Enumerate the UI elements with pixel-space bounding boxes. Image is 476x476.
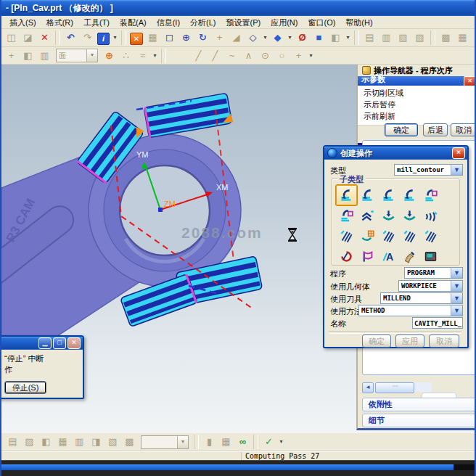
list-item[interactable]: 示切削区域 [364, 87, 476, 99]
close-icon[interactable]: ✕ [464, 76, 476, 86]
zoom-window-icon[interactable]: ◻ [161, 30, 178, 46]
navigator-header[interactable]: 操作导航器 - 程序次序 [358, 65, 476, 76]
menu-information[interactable]: 信息(I) [152, 17, 185, 28]
close-icon[interactable]: ✕ [67, 337, 81, 349]
substitute-component-icon[interactable]: ◨ [88, 434, 104, 450]
contour-text-icon[interactable] [378, 246, 399, 266]
horizontal-scrollbar[interactable]: ◄ [362, 382, 432, 392]
circle-icon[interactable]: ○ [274, 48, 290, 64]
pan-view-icon[interactable]: + [211, 30, 228, 46]
arrangement-combo[interactable] [141, 435, 189, 449]
undo-icon[interactable]: ↶ [62, 30, 79, 46]
streamline-icon[interactable] [420, 205, 441, 226]
menu-application[interactable]: 应用(N) [266, 17, 303, 28]
paste-icon[interactable]: ◫ [3, 30, 20, 46]
delete-icon[interactable]: ✕ [36, 30, 53, 46]
caret-down-icon[interactable]: ▾ [277, 434, 285, 450]
csys-constructor-icon[interactable]: ◧ [20, 48, 36, 64]
caret-down-icon[interactable]: ▾ [261, 30, 269, 46]
corner-rough-icon[interactable] [378, 185, 399, 205]
apply-button[interactable]: 应用 [395, 335, 424, 348]
create-geometry-icon[interactable]: ▧ [395, 30, 411, 46]
profile-3d-icon[interactable] [357, 246, 378, 266]
mill-control-icon[interactable] [420, 246, 441, 266]
caret-down-icon[interactable]: ▾ [111, 30, 119, 46]
scrollbar-track[interactable] [374, 382, 432, 392]
section-details[interactable]: 细节 [362, 414, 476, 427]
menu-help[interactable]: 帮助(H) [340, 17, 377, 28]
fixed-contour-icon[interactable] [357, 205, 378, 226]
snap-point-icon[interactable]: ⊕ [101, 48, 118, 64]
copy-icon[interactable]: ◪ [20, 30, 36, 46]
stop-dialog-titlebar[interactable]: ▁ □ ✕ [0, 337, 83, 350]
zlevel-profile-icon[interactable] [420, 185, 441, 205]
create-tool-icon[interactable]: ▥ [378, 30, 395, 46]
verify-toolpath-icon[interactable]: ▦ [454, 30, 471, 46]
dialog-titlebar[interactable]: 创建操作 ✕ [324, 147, 467, 160]
name-field[interactable] [412, 317, 463, 329]
explode-assembly-icon[interactable]: ▧ [104, 434, 121, 450]
dropdown-arrow-icon[interactable]: ▼ [451, 165, 462, 175]
caret-down-icon[interactable]: ▾ [286, 30, 294, 46]
workpiece-icon[interactable]: ▥ [36, 48, 53, 64]
basic-line-icon[interactable]: ╱ [190, 48, 207, 64]
spline-icon[interactable]: ~ [223, 48, 240, 64]
mate-component-icon[interactable]: ▨ [21, 434, 38, 450]
flowcut-ref-tool-icon[interactable] [420, 226, 441, 246]
mill-user-icon[interactable] [399, 246, 420, 266]
redo-icon[interactable]: ↷ [79, 30, 96, 46]
flowcut-multiple-icon[interactable] [399, 226, 420, 246]
list-item[interactable]: 示前刷新 [364, 110, 476, 122]
program-combo[interactable]: PROGRAM▼ [404, 267, 463, 279]
menu-insert[interactable]: 插入(S) [4, 17, 41, 28]
maximize-icon[interactable]: □ [53, 337, 66, 349]
circle-center-point-icon[interactable]: ⊙ [257, 48, 274, 64]
contour-area-icon[interactable] [378, 205, 399, 226]
dropdown-arrow-icon[interactable]: ▼ [451, 305, 462, 316]
create-program-icon[interactable]: ▤ [361, 30, 378, 46]
menu-tools[interactable]: 工具(T) [78, 17, 115, 28]
point-dots-icon[interactable]: ∴ [118, 48, 134, 64]
zoom-in-out-icon[interactable]: ⊕ [178, 30, 194, 46]
solid-cube-icon[interactable]: ■ [311, 30, 327, 46]
regenerate-work-view-icon[interactable]: ▦ [144, 30, 161, 46]
close-icon[interactable]: ✕ [452, 147, 465, 159]
link-chain-icon[interactable]: ∞ [234, 434, 251, 450]
hide-object-icon[interactable]: Ø [294, 30, 311, 46]
stop-button[interactable]: 停止(S) [4, 381, 46, 394]
replace-component-icon[interactable]: ▦ [54, 434, 71, 450]
abort-icon[interactable]: ✕ [130, 33, 143, 45]
section-dependencies[interactable]: 依附性 [362, 398, 476, 411]
geometry-combo[interactable]: WORKPIECE▼ [398, 280, 463, 292]
move-component-icon[interactable]: ◧ [38, 434, 54, 450]
menu-format[interactable]: 格式(R) [41, 17, 78, 28]
wave-link-icon[interactable]: ▮ [201, 434, 218, 450]
check-mate-icon[interactable]: ✓ [260, 434, 277, 450]
curve-options-icon[interactable]: ≈ [134, 48, 151, 64]
dropdown-arrow-icon[interactable] [177, 436, 188, 448]
add-component-icon[interactable]: ▤ [4, 434, 21, 450]
caret-down-icon[interactable]: ▾ [307, 48, 315, 64]
minimize-icon[interactable]: ▁ [38, 337, 52, 349]
caret-down-icon[interactable]: ▾ [151, 48, 159, 64]
ok-button[interactable]: 确定 [385, 123, 418, 136]
generate-toolpath-icon[interactable]: ▩ [438, 30, 454, 46]
ok-button[interactable]: 确定 [362, 335, 391, 348]
point-icon[interactable]: + [290, 48, 307, 64]
scrollbar-thumb[interactable] [375, 382, 414, 393]
point-constructor-icon[interactable]: + [3, 48, 20, 64]
caret-down-icon[interactable]: ▾ [344, 30, 352, 46]
back-button[interactable]: 后退 [423, 123, 448, 136]
assembly-constraints-icon[interactable]: ▩ [121, 434, 138, 450]
perspective-icon[interactable]: ◢ [228, 30, 245, 46]
method-combo[interactable]: METHOD▼ [358, 305, 463, 316]
list-item[interactable]: 示后暂停 [364, 99, 476, 110]
menu-analysis[interactable]: 分析(L) [185, 17, 221, 28]
contour-surface-area-icon[interactable] [399, 205, 420, 226]
type-combo[interactable]: mill_contour ▼ [394, 164, 463, 176]
rotate-view-icon[interactable]: ↻ [194, 30, 211, 46]
flowcut-single-icon[interactable] [378, 226, 399, 246]
menu-assemblies[interactable]: 装配(A) [115, 17, 152, 28]
cavity-mill-icon[interactable] [336, 185, 357, 205]
menu-preferences[interactable]: 预设置(P) [221, 17, 266, 28]
